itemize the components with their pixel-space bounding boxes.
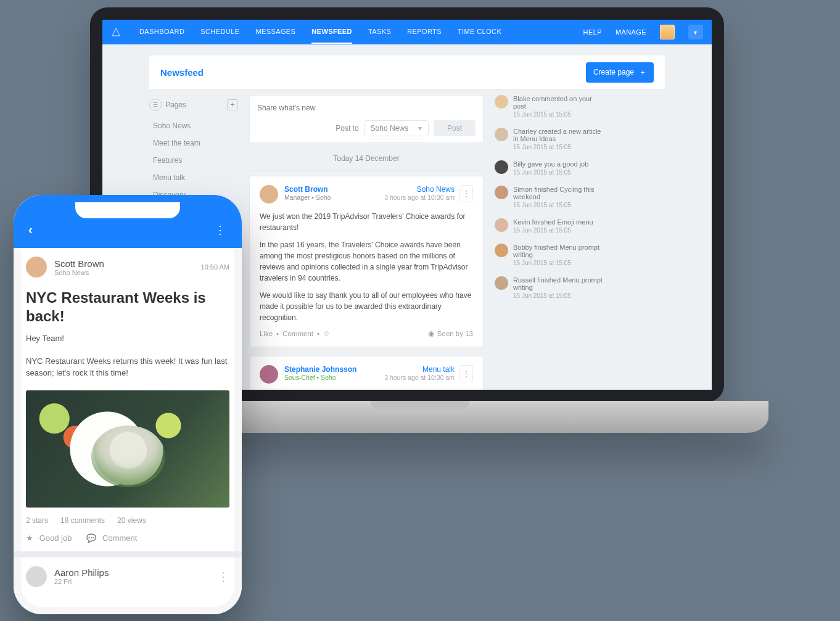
activity-item[interactable]: Kevin finished Emoji menu15 Jun 2015 at …: [495, 218, 606, 234]
post-topic[interactable]: Soho News: [384, 185, 455, 194]
back-button[interactable]: ‹: [28, 223, 33, 237]
page-bar: Newsfeed Create page ＋: [149, 56, 665, 89]
post-paragraph: We would like to say thank you to all of…: [260, 290, 473, 323]
next-sub: 22 Fri: [54, 578, 109, 585]
nav-reports[interactable]: REPORTS: [407, 20, 442, 44]
date-separator: Today 14 December: [249, 154, 484, 171]
activity-item[interactable]: Russell finished Menu prompt writing15 J…: [495, 276, 606, 299]
like-button[interactable]: Like: [260, 330, 273, 337]
feed-column: ☺ ✎ Post to Soho News ▾ Post Today 14 De…: [249, 95, 484, 390]
good-job-button[interactable]: ★ Good job: [26, 533, 72, 543]
nav-messages[interactable]: MESSAGES: [255, 20, 295, 44]
nav-schedule[interactable]: SCHEDULE: [200, 20, 239, 44]
post-menu-button[interactable]: ⋮: [459, 185, 473, 202]
user-avatar[interactable]: [660, 25, 675, 39]
create-page-button[interactable]: Create page ＋: [586, 62, 654, 83]
post-role: Manager • Soho: [284, 194, 331, 201]
sidebar-header: ☰ Pages +: [149, 95, 238, 117]
post-button[interactable]: Post: [434, 120, 476, 136]
sidebar-item-meet-team[interactable]: Meet the team: [149, 134, 238, 152]
post-author[interactable]: Scott Brown: [284, 185, 331, 194]
chevron-left-icon: ‹: [28, 223, 33, 236]
author-avatar: [260, 185, 278, 204]
add-page-button[interactable]: +: [227, 99, 238, 110]
top-nav: DASHBOARD SCHEDULE MESSAGES NEWSFEED TAS…: [102, 20, 712, 44]
author-avatar: [26, 566, 47, 587]
post-paragraph: We just won the 2019 TripAdvisor Travele…: [260, 211, 473, 233]
mobile-stats: 2 stars 18 comments 20 views: [14, 514, 242, 531]
sidebar-title: Pages: [165, 101, 186, 109]
post-role: Sous-Chef • Soho: [284, 374, 356, 381]
nav-timeclock[interactable]: TIME CLOCK: [458, 20, 501, 44]
activity-item[interactable]: Bobby finished Menu prompt writing15 Jun…: [495, 244, 606, 266]
mobile-post-head: Scott Brown Soho News 10:50 AM: [14, 248, 242, 286]
activity-item[interactable]: Billy gave you a good job15 Jun 2015 at …: [495, 160, 606, 176]
sidebar-item-features[interactable]: Features: [149, 152, 238, 169]
sidebar-item-soho-news[interactable]: Soho News: [149, 117, 238, 134]
activity-item[interactable]: Blake commented on your post15 Jun 2015 …: [495, 95, 606, 118]
mobile-next-post-head[interactable]: Aaron Philips 22 Fri ⋮: [14, 557, 242, 592]
comments-count: 18 comments: [60, 516, 105, 525]
seen-count: Seen by 13: [437, 330, 473, 337]
nav-newsfeed[interactable]: NEWSFEED: [311, 20, 352, 44]
views-count: 20 views: [117, 516, 146, 525]
nav-dashboard[interactable]: DASHBOARD: [139, 20, 184, 44]
dots-vertical-icon: ⋮: [217, 570, 229, 583]
mobile-menu-button[interactable]: ⋮: [215, 223, 227, 237]
mobile-paragraph: Hey Team!: [14, 331, 242, 347]
star-icon[interactable]: ☆: [323, 329, 330, 338]
mobile-post-title: NYC Restaurant Weeks is back!: [14, 286, 242, 331]
create-page-label: Create page: [593, 68, 634, 76]
comment-button[interactable]: Comment: [282, 330, 313, 337]
post-to-label: Post to: [336, 124, 358, 133]
mobile-paragraph: NYC Restaurant Weeks returns this week! …: [14, 353, 242, 382]
mobile-author: Scott Brown: [54, 258, 104, 269]
sidebar-item-menu-talk[interactable]: Menu talk: [149, 169, 238, 186]
mobile-time: 10:50 AM: [201, 263, 229, 271]
stars-count: 2 stars: [26, 516, 48, 525]
plus-icon: ＋: [639, 67, 646, 78]
author-avatar: [26, 257, 47, 278]
mobile-actions: ★ Good job 💬 Comment: [14, 531, 242, 551]
post-to-value: Soho News: [371, 124, 408, 133]
post-card: Scott Brown Manager • Soho Soho News 3 h…: [249, 176, 484, 347]
post-author[interactable]: Stephanie Johnsson: [284, 365, 356, 374]
post-paragraph: In the past 16 years, the Travelers' Cho…: [260, 239, 473, 284]
chevron-down-icon: ▾: [418, 124, 422, 133]
composer: ☺ ✎ Post to Soho News ▾ Post: [249, 95, 484, 143]
activity-item[interactable]: Charley created a new article in Menu Id…: [495, 128, 606, 150]
nav-items: DASHBOARD SCHEDULE MESSAGES NEWSFEED TAS…: [139, 20, 501, 44]
next-post-menu[interactable]: ⋮: [217, 569, 229, 584]
nav-help[interactable]: HELP: [583, 28, 602, 36]
phone-frame: ‹ ⋮ Scott Brown Soho News 10:50 AM NYC R…: [14, 195, 242, 614]
chevron-down-icon: ▾: [694, 29, 697, 36]
composer-input[interactable]: [257, 104, 476, 112]
nav-manage[interactable]: MANAGE: [616, 28, 646, 36]
user-menu-toggle[interactable]: ▾: [688, 25, 703, 39]
author-avatar: [260, 365, 278, 384]
activity-rail: Blake commented on your post15 Jun 2015 …: [495, 95, 606, 390]
dots-vertical-icon: ⋮: [462, 189, 471, 199]
mobile-sub: Soho News: [54, 269, 104, 276]
post-timestamp: 3 hours ago at 10:00 am: [384, 374, 455, 381]
activity-item[interactable]: Simon finished Cycling this weekend15 Ju…: [495, 186, 606, 208]
post-card: Stephanie Johnsson Sous-Chef • Soho Menu…: [249, 356, 484, 390]
star-icon: ★: [26, 533, 33, 543]
dots-vertical-icon: ⋮: [462, 369, 471, 379]
eye-icon: ◉: [428, 329, 434, 338]
post-menu-button[interactable]: ⋮: [459, 365, 473, 382]
pages-icon: ☰: [149, 99, 162, 111]
comment-button[interactable]: 💬 Comment: [86, 533, 137, 543]
mobile-post-image: [26, 390, 229, 508]
post-topic[interactable]: Menu talk: [384, 365, 455, 374]
dots-vertical-icon: ⋮: [215, 224, 227, 236]
nav-tasks[interactable]: TASKS: [368, 20, 391, 44]
phone-notch: [75, 202, 180, 218]
next-author: Aaron Philips: [54, 567, 109, 578]
post-timestamp: 3 hours ago at 10:00 am: [384, 194, 455, 201]
divider: [14, 551, 242, 557]
laptop-trackpad-notch: [371, 401, 469, 409]
post-to-dropdown[interactable]: Soho News ▾: [364, 120, 429, 136]
logo-icon: [111, 27, 121, 37]
comment-icon: 💬: [86, 533, 96, 543]
